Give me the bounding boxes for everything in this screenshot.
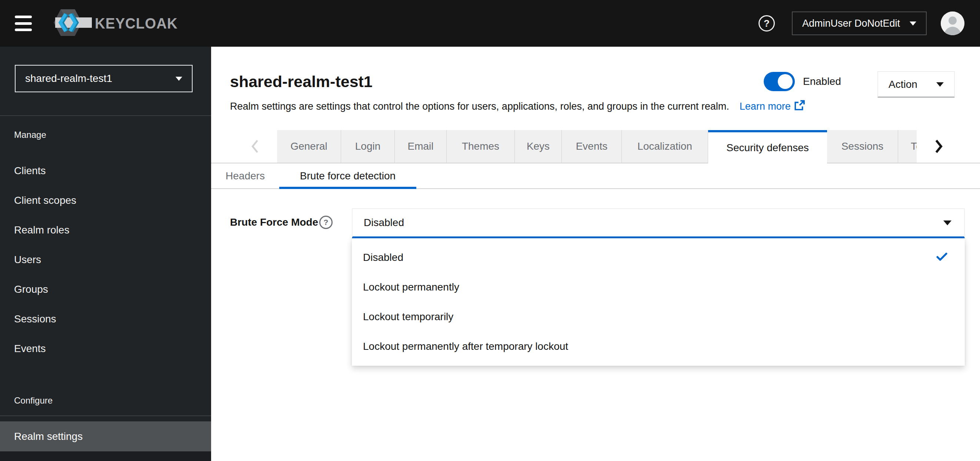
tab-general[interactable]: General [277,130,341,163]
avatar[interactable] [941,11,964,35]
tab-keys[interactable]: Keys [515,130,562,163]
sidebar-bottom-strip [0,451,211,461]
option-lockout-permanently[interactable]: Lockout permanently [352,273,965,302]
chevron-down-icon [175,77,182,81]
brute-force-mode-label: Brute Force Mode [230,217,318,228]
main-content: shared-realm-test1 Realm settings are se… [211,47,980,461]
enabled-toggle[interactable] [764,72,795,91]
sidebar-item-groups[interactable]: Groups [0,274,211,304]
keycloak-admin-console: KEYCLOAK ? AdminUser DoNotEdit shared-re… [0,0,980,461]
tab-sessions[interactable]: Sessions [827,130,898,163]
user-menu-dropdown[interactable]: AdminUser DoNotEdit [792,11,927,35]
realm-settings-tabbar: General Login Email Themes Keys Events L… [211,130,980,163]
help-icon[interactable]: ? [759,15,775,32]
brute-force-mode-help-icon[interactable]: ? [319,216,332,229]
action-label: Action [889,78,917,91]
sidebar-divider [0,115,211,116]
tab-events[interactable]: Events [562,130,622,163]
tabs-scroll-left-button[interactable] [244,130,266,163]
option-lockout-permanently-after-temporary-lockout[interactable]: Lockout permanently after temporary lock… [352,332,965,361]
keycloak-logo-text: KEYCLOAK [95,15,178,32]
tab-localization[interactable]: Localization [622,130,708,163]
user-menu-label: AdminUser DoNotEdit [802,18,900,29]
tab-security-defenses[interactable]: Security defenses [708,130,827,163]
option-disabled[interactable]: Disabled [352,243,965,273]
sidebar-section-configure: Configure [14,396,52,406]
sidebar-item-sessions[interactable]: Sessions [0,304,211,334]
realm-description-row: Realm settings are settings that control… [230,100,805,114]
sidebar-item-clients[interactable]: Clients [0,156,211,186]
toggle-knob [778,74,792,89]
sidebar: shared-realm-test1 Manage Clients Client… [0,47,211,461]
subtab-brute-force-detection[interactable]: Brute force detection [279,164,416,188]
enabled-label: Enabled [803,76,841,88]
chevron-down-icon [936,82,944,87]
option-lockout-temporarily[interactable]: Lockout temporarily [352,302,965,332]
external-link-icon [794,100,805,114]
chevron-down-icon [910,21,916,26]
sidebar-section-manage: Manage [14,130,46,140]
select-value: Disabled [364,217,404,229]
subtab-headers[interactable]: Headers [211,164,279,188]
action-dropdown-button[interactable]: Action [877,71,955,97]
sidebar-manage-items: Clients Client scopes Realm roles Users … [0,156,211,364]
sidebar-item-users[interactable]: Users [0,245,211,274]
chevron-down-icon [943,220,951,225]
tab-login[interactable]: Login [341,130,395,163]
hamburger-menu-icon[interactable] [15,16,32,31]
keycloak-logo[interactable]: KEYCLOAK [53,7,183,40]
check-icon [935,250,948,266]
user-silhouette-icon [941,11,964,35]
sidebar-item-realm-settings[interactable]: Realm settings [0,421,211,451]
sidebar-item-realm-roles[interactable]: Realm roles [0,215,211,245]
keycloak-logo-icon [53,7,92,40]
realm-selector-dropdown[interactable]: shared-realm-test1 [15,65,192,92]
tab-themes[interactable]: Themes [447,130,515,163]
tabs-scroll-right-button[interactable] [928,130,950,163]
sidebar-item-events[interactable]: Events [0,334,211,364]
topbar-right-group: ? AdminUser DoNotEdit [759,11,980,35]
topbar: KEYCLOAK ? AdminUser DoNotEdit [0,0,980,47]
sidebar-item-client-scopes[interactable]: Client scopes [0,186,211,215]
security-defenses-subtabs: Headers Brute force detection [211,164,980,189]
realm-selector-value: shared-realm-test1 [25,73,112,85]
realm-description: Realm settings are settings that control… [230,101,729,112]
page-title: shared-realm-test1 [230,73,372,91]
tab-list: General Login Email Themes Keys Events L… [277,130,917,163]
tab-tokens[interactable]: Tokens [898,130,917,163]
brute-force-mode-select[interactable]: Disabled [352,208,965,238]
tab-email[interactable]: Email [395,130,447,163]
learn-more-link[interactable]: Learn more [740,101,805,112]
brute-force-mode-menu: Disabled Lockout permanently Lockout tem… [352,238,965,366]
sidebar-divider [0,415,211,416]
